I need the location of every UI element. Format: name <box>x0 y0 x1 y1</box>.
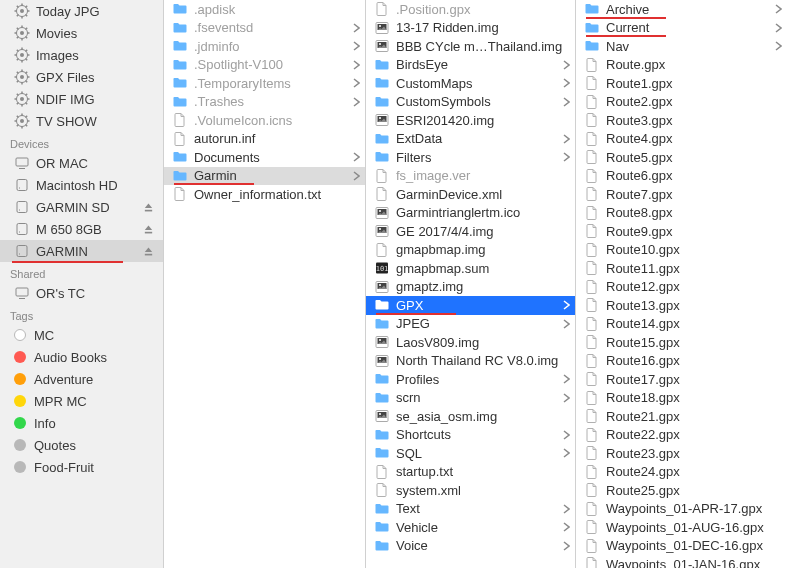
sidebar-favorite-item[interactable]: NDIF IMG <box>0 88 163 110</box>
sidebar-shared-item[interactable]: OR's TC <box>0 282 163 304</box>
file-item[interactable]: ESRI201420.img <box>366 111 575 130</box>
folder-item[interactable]: Profiles <box>366 370 575 389</box>
file-icon <box>584 149 600 165</box>
eject-icon[interactable] <box>141 246 155 257</box>
file-item[interactable]: Route9.gpx <box>576 222 787 241</box>
file-item[interactable]: Route1.gpx <box>576 74 787 93</box>
folder-item[interactable]: Nav <box>576 37 787 56</box>
file-item[interactable]: Route6.gpx <box>576 167 787 186</box>
file-item[interactable]: Route.gpx <box>576 56 787 75</box>
file-item[interactable]: Route7.gpx <box>576 185 787 204</box>
file-item[interactable]: LaosV809.img <box>366 333 575 352</box>
file-item[interactable]: Route10.gpx <box>576 241 787 260</box>
folder-item[interactable]: Archive <box>576 0 787 19</box>
file-item[interactable]: autorun.inf <box>164 130 365 149</box>
file-item[interactable]: Route16.gpx <box>576 352 787 371</box>
folder-item[interactable]: CustomMaps <box>366 74 575 93</box>
folder-item[interactable]: .Trashes <box>164 93 365 112</box>
file-item[interactable]: Route25.gpx <box>576 481 787 500</box>
file-item[interactable]: Waypoints_01-JAN-16.gpx <box>576 555 787 568</box>
sidebar-tag-item[interactable]: Info <box>0 412 163 434</box>
item-label: scrn <box>396 390 561 405</box>
item-label: Route4.gpx <box>606 131 783 146</box>
folder-item[interactable]: BirdsEye <box>366 56 575 75</box>
sidebar-device-item[interactable]: M 650 8GB <box>0 218 163 240</box>
file-item[interactable]: Route11.gpx <box>576 259 787 278</box>
file-item[interactable]: GE 2017/4/4.img <box>366 222 575 241</box>
file-item[interactable]: Owner_information.txt <box>164 185 365 204</box>
file-item[interactable]: Route4.gpx <box>576 130 787 149</box>
sidebar-item-label: Today JPG <box>36 4 155 19</box>
folder-item[interactable]: Documents <box>164 148 365 167</box>
folder-item[interactable]: Vehicle <box>366 518 575 537</box>
folder-item[interactable]: Garmin <box>164 167 365 186</box>
folder-item[interactable]: SQL <box>366 444 575 463</box>
file-item[interactable]: Waypoints_01-AUG-16.gpx <box>576 518 787 537</box>
eject-icon[interactable] <box>141 202 155 213</box>
sidebar-tag-item[interactable]: MC <box>0 324 163 346</box>
folder-item[interactable]: CustomSymbols <box>366 93 575 112</box>
file-item[interactable]: Route8.gpx <box>576 204 787 223</box>
file-item[interactable]: Route5.gpx <box>576 148 787 167</box>
file-item[interactable]: Route12.gpx <box>576 278 787 297</box>
sidebar-favorite-item[interactable]: Images <box>0 44 163 66</box>
file-item[interactable]: Waypoints_01-DEC-16.gpx <box>576 537 787 556</box>
file-item[interactable]: 13-17 Ridden.img <box>366 19 575 38</box>
file-item[interactable]: Route22.gpx <box>576 426 787 445</box>
folder-item[interactable]: Shortcuts <box>366 426 575 445</box>
sidebar-device-item[interactable]: GARMIN SD <box>0 196 163 218</box>
sidebar-favorite-item[interactable]: Today JPG <box>0 0 163 22</box>
file-item[interactable]: fs_image.ver <box>366 167 575 186</box>
folder-item[interactable]: .Spotlight-V100 <box>164 56 365 75</box>
sidebar-favorite-item[interactable]: Movies <box>0 22 163 44</box>
folder-item[interactable]: ExtData <box>366 130 575 149</box>
file-item[interactable]: Route13.gpx <box>576 296 787 315</box>
file-item[interactable]: Route14.gpx <box>576 315 787 334</box>
folder-item[interactable]: scrn <box>366 389 575 408</box>
file-icon <box>584 186 600 202</box>
file-item[interactable]: .VolumeIcon.icns <box>164 111 365 130</box>
img-icon <box>374 279 390 295</box>
file-item[interactable]: Route3.gpx <box>576 111 787 130</box>
file-item[interactable]: 101gmapbmap.sum <box>366 259 575 278</box>
folder-item[interactable]: Voice <box>366 537 575 556</box>
sidebar-tag-item[interactable]: Quotes <box>0 434 163 456</box>
file-item[interactable]: Garmintrianglertm.ico <box>366 204 575 223</box>
sidebar-tag-item[interactable]: MPR MC <box>0 390 163 412</box>
file-item[interactable]: gmapbmap.img <box>366 241 575 260</box>
eject-icon[interactable] <box>141 224 155 235</box>
folder-item[interactable]: .apdisk <box>164 0 365 19</box>
file-item[interactable]: Waypoints_01-APR-17.gpx <box>576 500 787 519</box>
folder-item[interactable]: JPEG <box>366 315 575 334</box>
folder-item[interactable]: .fseventsd <box>164 19 365 38</box>
file-item[interactable]: system.xml <box>366 481 575 500</box>
sidebar-favorite-item[interactable]: TV SHOW <box>0 110 163 132</box>
folder-item[interactable]: Filters <box>366 148 575 167</box>
folder-item[interactable]: GPX <box>366 296 575 315</box>
file-item[interactable]: se_asia_osm.img <box>366 407 575 426</box>
sidebar-device-item[interactable]: OR MAC <box>0 152 163 174</box>
sidebar-tag-item[interactable]: Audio Books <box>0 346 163 368</box>
folder-item[interactable]: Text <box>366 500 575 519</box>
file-item[interactable]: Route21.gpx <box>576 407 787 426</box>
file-item[interactable]: Route23.gpx <box>576 444 787 463</box>
file-item[interactable]: gmaptz.img <box>366 278 575 297</box>
file-item[interactable]: .Position.gpx <box>366 0 575 19</box>
file-item[interactable]: North Thailand RC V8.0.img <box>366 352 575 371</box>
file-item[interactable]: GarminDevice.xml <box>366 185 575 204</box>
sidebar-tag-item[interactable]: Food-Fruit <box>0 456 163 478</box>
sidebar-device-item[interactable]: GARMIN <box>0 240 163 262</box>
file-item[interactable]: Route17.gpx <box>576 370 787 389</box>
file-item[interactable]: BBB CYcle m…Thailand.img <box>366 37 575 56</box>
file-item[interactable]: Route24.gpx <box>576 463 787 482</box>
file-item[interactable]: Route18.gpx <box>576 389 787 408</box>
sidebar-tag-item[interactable]: Adventure <box>0 368 163 390</box>
sidebar-favorite-item[interactable]: GPX Files <box>0 66 163 88</box>
folder-item[interactable]: Current <box>576 19 787 38</box>
file-item[interactable]: startup.txt <box>366 463 575 482</box>
folder-item[interactable]: .TemporaryItems <box>164 74 365 93</box>
file-item[interactable]: Route15.gpx <box>576 333 787 352</box>
file-item[interactable]: Route2.gpx <box>576 93 787 112</box>
sidebar-device-item[interactable]: Macintosh HD <box>0 174 163 196</box>
folder-item[interactable]: .jdminfo <box>164 37 365 56</box>
